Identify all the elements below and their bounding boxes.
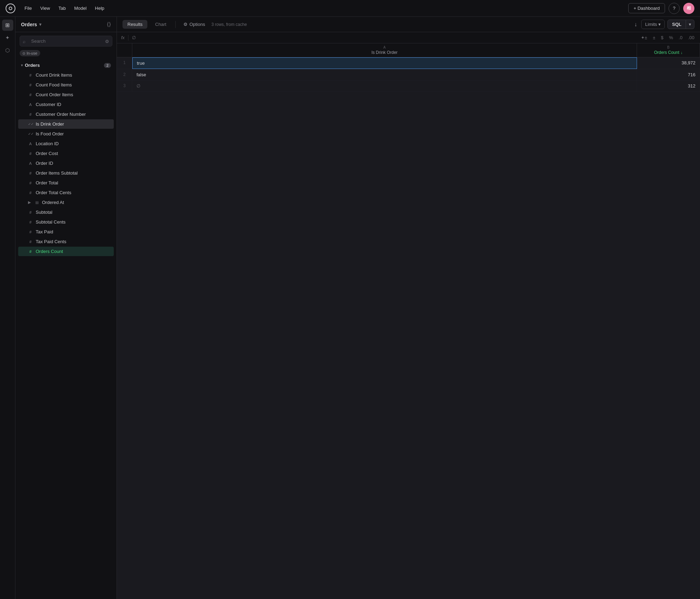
options-button[interactable]: ⚙ Options [180,20,209,29]
nav-help[interactable]: Help [91,4,108,12]
field-label: Location ID [36,141,59,146]
grid-cell-3a[interactable]: ∅ [132,80,637,91]
field-is-food-order[interactable]: ✓✓ Is Food Order [18,129,114,139]
field-customer-id[interactable]: A Customer ID [18,100,114,109]
sql-dropdown-arrow[interactable]: ▾ [686,20,694,29]
field-count-order-items[interactable]: # Count Order Items [18,90,114,99]
field-type-string-icon: A [28,161,33,165]
results-toolbar: Results Chart ⚙ Options 3 rows, from cac… [117,17,700,32]
decimal-00-icon[interactable]: .00 [687,34,696,41]
field-group-orders[interactable]: ▾ Orders 2 [15,61,117,70]
field-orders-count[interactable]: # Orders Count [18,247,114,256]
cache-info: 3 rows, from cache [211,22,630,27]
field-label: Count Drink Items [36,72,72,78]
field-type-number-icon: # [28,249,33,254]
field-customer-order-number[interactable]: # Customer Order Number [18,110,114,119]
grid-cell-2b[interactable]: 716 [637,69,700,80]
field-label: Order ID [36,161,53,166]
field-order-total-cents[interactable]: # Order Total Cents [18,188,114,197]
data-grid: A Is Drink Order B Orders Count ↓ [117,43,700,92]
limits-button[interactable]: Limits ▾ [641,20,665,29]
field-label: Subtotal [36,210,52,215]
field-type-string-icon: A [28,142,33,146]
currency-icon[interactable]: $ [659,34,665,41]
column-header-b[interactable]: B Orders Count ↓ [637,43,700,57]
grid-cell-1a[interactable]: true [132,57,637,69]
field-label: Count Order Items [36,92,73,97]
field-label: Order Total Cents [36,190,71,195]
chart-tab[interactable]: Chart [150,20,171,29]
app-logo[interactable] [6,3,15,13]
help-button[interactable]: ? [668,3,680,14]
toolbar-divider [175,21,176,28]
sidebar-grid-icon[interactable]: ⊞ [2,20,13,31]
col-label-b: Orders Count ↓ [641,50,695,55]
data-grid-wrapper[interactable]: A Is Drink Order B Orders Count ↓ [117,43,700,599]
field-label: Ordered At [42,200,64,205]
panel-collapse-icon[interactable]: ⟨⟩ [107,21,111,28]
col-label-a: Is Drink Order [136,50,632,55]
table-row: 3 ∅ 312 [117,80,700,92]
field-subtotal-cents[interactable]: # Subtotal Cents [18,217,114,227]
panel-title[interactable]: Orders ▾ [21,22,41,27]
grid-cell-1b[interactable]: 38,972 [637,57,700,69]
plus-minus-icon[interactable]: ± [651,34,657,41]
table-row: 1 true 38,972 [117,57,700,69]
column-header-a[interactable]: A Is Drink Order [132,43,637,57]
panel-title-text: Orders [21,22,37,27]
nav-file[interactable]: File [21,4,35,12]
field-location-id[interactable]: A Location ID [18,139,114,148]
percent-icon[interactable]: % [668,34,675,41]
panel-title-arrow-icon: ▾ [39,22,41,27]
field-order-id[interactable]: A Order ID [18,158,114,168]
field-ordered-at[interactable]: ▶ ▤ Ordered At [18,198,114,207]
field-order-total[interactable]: # Order Total [18,178,114,188]
results-tab[interactable]: Results [122,20,147,29]
field-subtotal[interactable]: # Subtotal [18,207,114,217]
sql-button-group: SQL ▾ [667,20,694,29]
nav-view[interactable]: View [37,4,54,12]
col-a-name: Is Drink Order [371,50,398,55]
grid-cell-3b[interactable]: 312 [637,80,700,91]
group-arrow-icon: ▾ [21,63,23,67]
dashboard-button[interactable]: + Dashboard [628,3,665,13]
field-count-food-items[interactable]: # Count Food Items [18,80,114,90]
col-letter-b: B [641,45,695,49]
sparkle-tool-icon[interactable]: ✦± [639,34,649,41]
field-label: Subtotal Cents [36,219,65,225]
formula-content[interactable]: ∅ [132,35,636,40]
sidebar-network-icon[interactable]: ⬡ [2,45,13,56]
sql-button[interactable]: SQL [667,20,686,29]
formula-bar: fx ∅ ✦± ± $ % .0 .00 [117,32,700,43]
nav-model[interactable]: Model [71,4,90,12]
download-button[interactable]: ↓ [633,20,638,29]
field-tax-paid-cents[interactable]: # Tax Paid Cents [18,237,114,246]
field-type-number-icon: # [28,220,33,224]
field-type-date-icon: ▤ [34,200,39,204]
decimal-0-icon[interactable]: .0 [677,34,684,41]
inuse-tag[interactable]: ⊙ In-use [20,50,40,56]
limits-arrow-icon: ▾ [658,22,661,27]
field-is-drink-order[interactable]: ✓✓ Is Drink Order [18,119,114,129]
search-filter-icon[interactable]: ⚙ [105,38,109,44]
tag-link-icon: ⊙ [22,51,25,55]
field-type-boolean-icon: ✓✓ [28,132,33,136]
grid-cell-2a[interactable]: false [132,69,637,80]
field-type-boolean-icon: ✓✓ [28,122,33,126]
field-type-number-icon: # [28,83,33,87]
field-order-cost[interactable]: # Order Cost [18,149,114,158]
field-order-items-subtotal[interactable]: # Order Items Subtotal [18,168,114,178]
field-count-drink-items[interactable]: # Count Drink Items [18,70,114,80]
search-bar: ⌕ ⚙ [20,36,112,47]
field-type-number-icon: # [28,191,33,195]
field-label: Order Cost [36,151,58,156]
field-label: Tax Paid [36,229,53,234]
field-type-number-icon: # [28,210,33,214]
search-input[interactable] [20,36,112,47]
field-list: ▾ Orders 2 # Count Drink Items # Count F… [15,59,117,599]
nav-tab[interactable]: Tab [55,4,69,12]
col-b-name: Orders Count [654,50,679,55]
field-tax-paid[interactable]: # Tax Paid [18,227,114,237]
sidebar-sparkle-icon[interactable]: ✦ [2,32,13,43]
avatar[interactable]: 相 [683,3,694,14]
